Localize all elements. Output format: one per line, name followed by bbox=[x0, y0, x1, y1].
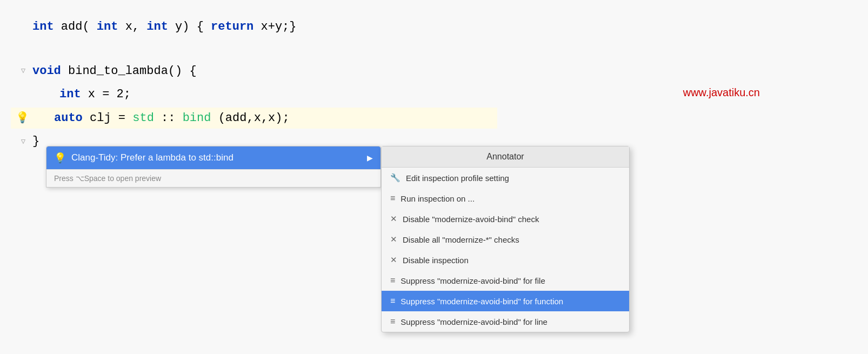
keyword-void: void bbox=[32, 64, 61, 78]
submenu-arrow-icon: ▶ bbox=[367, 153, 373, 162]
code-text: x, bbox=[125, 20, 147, 34]
code-bind: bind bbox=[183, 111, 211, 125]
hint-text: Press ⌥Space to open preview bbox=[54, 174, 161, 183]
line-gutter-5: 💡 bbox=[16, 109, 32, 128]
code-text: bind_to_lambda() { bbox=[68, 64, 197, 78]
keyword-int4: int bbox=[59, 88, 81, 101]
lines-icon-2: ≡ bbox=[390, 276, 395, 285]
watermark: www.javatiku.cn bbox=[683, 86, 760, 99]
menu-item-disable-check[interactable]: ✕ Disable "modernize-avoid-bind" check bbox=[382, 209, 629, 229]
code-text: :: bbox=[161, 111, 175, 125]
menu-label-edit-inspection: Edit inspection profile setting bbox=[406, 173, 509, 183]
menu-label-run-inspection: Run inspection on ... bbox=[400, 194, 475, 203]
code-line-2 bbox=[11, 40, 868, 58]
menu-label-suppress-file: Suppress "modernize-avoid-bind" for file bbox=[400, 276, 545, 285]
suggestion-hint: Press ⌥Space to open preview bbox=[46, 169, 380, 187]
menu-item-edit-inspection[interactable]: 🔧 Edit inspection profile setting bbox=[382, 168, 629, 188]
popup-container: 💡 Clang-Tidy: Prefer a lambda to std::bi… bbox=[46, 146, 381, 188]
suggestion-item[interactable]: 💡 Clang-Tidy: Prefer a lambda to std::bi… bbox=[46, 146, 380, 169]
keyword-int3: int bbox=[146, 20, 168, 34]
x-icon-1: ✕ bbox=[390, 214, 397, 224]
menu-label-disable-check: Disable "modernize-avoid-bind" check bbox=[403, 215, 539, 224]
code-line-3: ▽ void bind_to_lambda() { bbox=[11, 61, 868, 82]
editor-area: int add( int x, int y) { return x+y;} ▽ … bbox=[0, 0, 868, 354]
code-text: } bbox=[32, 135, 39, 148]
keyword-int2: int bbox=[97, 20, 118, 34]
suggestion-popup: 💡 Clang-Tidy: Prefer a lambda to std::bi… bbox=[46, 146, 381, 188]
code-line-1: int add( int x, int y) { return x+y;} bbox=[11, 16, 868, 38]
keyword-return: return bbox=[211, 20, 253, 34]
bulb-icon: 💡 bbox=[54, 152, 66, 164]
code-content-5: auto clj = std :: bind (add,x,x); bbox=[32, 108, 497, 129]
code-text: (add,x,x); bbox=[218, 111, 290, 125]
code-text: y) { bbox=[175, 20, 204, 34]
menu-item-disable-all[interactable]: ✕ Disable all "modernize-*" checks bbox=[382, 229, 629, 250]
menu-item-suppress-function[interactable]: ≡ Suppress "modernize-avoid-bind" for fu… bbox=[382, 291, 629, 311]
code-text: x = 2; bbox=[88, 88, 131, 101]
menu-label-disable-inspection: Disable inspection bbox=[403, 256, 469, 265]
lines-icon-1: ≡ bbox=[390, 193, 395, 203]
keyword-int: int bbox=[32, 20, 54, 34]
code-line-5: 💡 auto clj = std :: bind (add,x,x); bbox=[11, 108, 497, 129]
annotator-header: Annotator bbox=[382, 146, 629, 168]
line-gutter-6: ▽ bbox=[16, 135, 32, 149]
code-content-3: void bind_to_lambda() { bbox=[32, 61, 868, 82]
lightbulb-icon[interactable]: 💡 bbox=[16, 109, 29, 128]
menu-item-run-inspection[interactable]: ≡ Run inspection on ... bbox=[382, 188, 629, 209]
x-icon-2: ✕ bbox=[390, 235, 397, 244]
x-icon-3: ✕ bbox=[390, 255, 397, 265]
code-text: add( bbox=[61, 20, 90, 34]
lines-icon-4: ≡ bbox=[390, 317, 395, 326]
fold-icon-3[interactable]: ▽ bbox=[21, 64, 25, 78]
fold-icon-6[interactable]: ▽ bbox=[21, 135, 25, 149]
wrench-icon-1: 🔧 bbox=[390, 173, 400, 183]
menu-label-disable-all: Disable all "modernize-*" checks bbox=[403, 235, 519, 244]
menu-label-suppress-function: Suppress "modernize-avoid-bind" for func… bbox=[400, 297, 563, 306]
line-gutter-3: ▽ bbox=[16, 64, 32, 78]
annotator-menu: Annotator 🔧 Edit inspection profile sett… bbox=[381, 146, 630, 332]
menu-label-suppress-line: Suppress "modernize-avoid-bind" for line bbox=[400, 317, 547, 326]
suggestion-title: Clang-Tidy: Prefer a lambda to std::bind bbox=[71, 152, 233, 163]
code-text: x+y;} bbox=[261, 20, 297, 34]
keyword-auto: auto bbox=[54, 111, 83, 125]
code-content-1: int add( int x, int y) { return x+y;} bbox=[32, 16, 868, 38]
menu-item-suppress-line[interactable]: ≡ Suppress "modernize-avoid-bind" for li… bbox=[382, 311, 629, 332]
menu-item-suppress-file[interactable]: ≡ Suppress "modernize-avoid-bind" for fi… bbox=[382, 270, 629, 291]
code-namespace: std bbox=[132, 111, 154, 125]
lines-icon-3: ≡ bbox=[390, 296, 395, 306]
code-text: clj = bbox=[90, 111, 132, 125]
menu-item-disable-inspection[interactable]: ✕ Disable inspection bbox=[382, 250, 629, 270]
